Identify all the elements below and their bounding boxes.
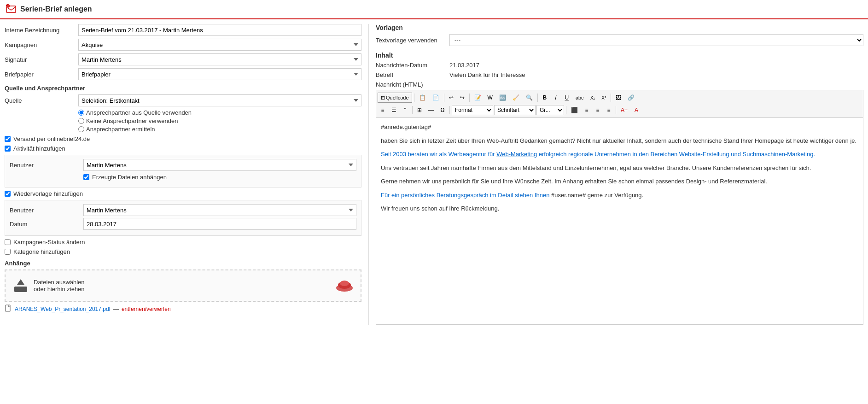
- drop-zone-icon-right: [335, 278, 354, 294]
- textvorlage-select[interactable]: ---: [449, 34, 863, 46]
- radio-aus-quelle-input[interactable]: [78, 110, 84, 116]
- quelle-label: Quelle: [5, 97, 78, 104]
- radio-ermitteln-label: Ansprechpartner ermitteln: [86, 126, 155, 133]
- signatur-label: Signatur: [5, 56, 78, 63]
- blockquote-button[interactable]: ": [400, 105, 410, 115]
- editor-para-1: haben Sie sich in letzter Zeit über Ihre…: [381, 136, 858, 146]
- interne-bezeichnung-input[interactable]: [78, 24, 361, 36]
- svg-point-7: [340, 281, 349, 286]
- editor-text-2b: erfolgreich regionale Unternehmen in den…: [537, 151, 815, 158]
- ul-button[interactable]: ☰: [389, 105, 399, 115]
- table-button[interactable]: ⊞: [414, 105, 425, 115]
- ansprechpartner-radio-group: Ansprechpartner aus Quelle verwenden Kei…: [78, 109, 361, 133]
- quelle-select[interactable]: Selektion: Erstkontakt: [78, 94, 361, 106]
- editor-area[interactable]: #anrede.gutentag# haben Sie sich in letz…: [376, 117, 863, 325]
- main-layout: Interne Bezeichnung Kampagnen Akquise Si…: [0, 24, 868, 325]
- kampagnen-row: Kampagnen Akquise: [5, 39, 361, 51]
- aktivitaet-benutzer-select[interactable]: Martin Mertens: [83, 159, 356, 171]
- schriftart-select[interactable]: Schriftart: [494, 105, 536, 115]
- undo-button[interactable]: ↩: [446, 93, 456, 103]
- wiedervorlage-checkbox[interactable]: [5, 191, 11, 197]
- kampagnen-select[interactable]: Akquise: [78, 39, 361, 51]
- radio-ermitteln-input[interactable]: [78, 126, 84, 132]
- hr-button[interactable]: —: [425, 105, 437, 115]
- right-panel: Vorlagen Textvorlage verwenden --- Inhal…: [368, 24, 863, 325]
- paste-special-button[interactable]: 🔤: [496, 93, 509, 103]
- wiedervorlage-subsection: Benutzer Martin Mertens Datum: [5, 200, 361, 236]
- superscript-button[interactable]: X²: [599, 93, 609, 103]
- quellcode-button[interactable]: ⊞ Quellcode: [378, 93, 412, 103]
- versand-label: Versand per onlinebrief24.de: [13, 135, 90, 142]
- attached-file: ARANES_Web_Pr_sentation_2017.pdf — entfe…: [5, 304, 361, 313]
- align-left-button[interactable]: ⬛: [568, 105, 581, 115]
- nachrichten-datum-value: 21.03.2017: [449, 62, 863, 69]
- file-separator: —: [113, 306, 119, 312]
- bold-button[interactable]: B: [540, 93, 550, 103]
- bg-color-button[interactable]: A: [631, 105, 641, 115]
- vorlagen-title: Vorlagen: [376, 24, 863, 31]
- aktivitaet-benutzer-label: Benutzer: [10, 162, 83, 169]
- wiedervorlage-datum-input[interactable]: [83, 218, 356, 230]
- align-right-button[interactable]: ≡: [593, 105, 603, 115]
- file-action[interactable]: entfernen/verwerfen: [122, 306, 171, 312]
- file-name[interactable]: ARANES_Web_Pr_sentation_2017.pdf: [15, 306, 111, 312]
- paste-button[interactable]: 📄: [430, 93, 442, 103]
- underline-button[interactable]: U: [562, 93, 572, 103]
- aktivitaet-checkbox[interactable]: [5, 146, 11, 152]
- versand-row: Versand per onlinebrief24.de: [5, 135, 361, 142]
- editor-link-5: Für ein persönliches Beratungsgespräch i…: [381, 192, 551, 199]
- link-button[interactable]: 🔗: [625, 93, 637, 103]
- page-title: Serien-Brief anlegen: [20, 5, 92, 13]
- drop-zone[interactable]: Dateien auswählen oder hierhin ziehen: [5, 269, 361, 302]
- italic-button[interactable]: I: [551, 93, 561, 103]
- ol-button[interactable]: ≡: [378, 105, 388, 115]
- signatur-select[interactable]: Martin Mertens: [78, 53, 361, 65]
- align-center-button[interactable]: ≡: [582, 105, 592, 115]
- wiedervorlage-benutzer-select[interactable]: Martin Mertens: [83, 204, 356, 216]
- briefpapier-label: Briefpapier: [5, 71, 78, 78]
- erzeugte-row: Erzeugte Dateien anhängen: [83, 174, 356, 181]
- versand-checkbox[interactable]: [5, 136, 11, 142]
- radio-ermitteln[interactable]: Ansprechpartner ermitteln: [78, 126, 361, 133]
- editor-para-6: Wir freuen uns schon auf Ihre Rückmeldun…: [381, 204, 858, 213]
- paste-word-button[interactable]: W: [485, 93, 495, 103]
- clean-button[interactable]: 🧹: [510, 93, 522, 103]
- drop-zone-text: Dateien auswählen oder hierhin ziehen: [34, 279, 85, 293]
- sep9: [616, 106, 616, 114]
- nachricht-html-label: Nachricht (HTML): [376, 81, 863, 88]
- quelle-row: Quelle Selektion: Erstkontakt: [5, 94, 361, 106]
- page-header: @ Serien-Brief anlegen: [0, 0, 868, 19]
- find-button[interactable]: 🔍: [523, 93, 536, 103]
- radio-keine-input[interactable]: [78, 118, 84, 124]
- kampagnen-label: Kampagnen: [5, 41, 78, 48]
- anhaenge-section: Anhänge Dateien auswählen oder hierhin z…: [5, 260, 361, 313]
- strikethrough-button[interactable]: abc: [573, 93, 587, 103]
- wiedervorlage-row: Wiedervorlage hinzufügen: [5, 190, 361, 197]
- aktivitaet-label: Aktivität hinzufügen: [13, 145, 65, 152]
- editor-link-2: Seit 2003 beraten wir als Werbeagentur f…: [381, 151, 496, 158]
- upload-icon: [12, 277, 29, 294]
- kategorie-checkbox[interactable]: [5, 249, 11, 255]
- radio-aus-quelle[interactable]: Ansprechpartner aus Quelle verwenden: [78, 109, 361, 116]
- toolbar-row-2: ≡ ☰ " ⊞ — Ω Format Schriftart Gr...: [378, 104, 862, 116]
- format-select[interactable]: Format: [452, 105, 493, 115]
- kampagnen-status-checkbox[interactable]: [5, 239, 11, 245]
- align-justify-button[interactable]: ≡: [604, 105, 614, 115]
- interne-bezeichnung-row: Interne Bezeichnung: [5, 24, 361, 36]
- font-color-button[interactable]: A+: [618, 105, 630, 115]
- copy-button[interactable]: 📋: [416, 93, 429, 103]
- erzeugte-checkbox[interactable]: [83, 174, 89, 180]
- file-icon: [5, 304, 12, 313]
- erzeugte-label: Erzeugte Dateien anhängen: [92, 174, 167, 181]
- paste-text-button[interactable]: 📝: [472, 93, 484, 103]
- radio-keine[interactable]: Keine Ansprechpartner verwenden: [78, 117, 361, 124]
- image-button[interactable]: 🖼: [613, 93, 624, 103]
- betreff-row: Betreff Vielen Dank für Ihr Interesse: [376, 71, 863, 78]
- wiedervorlage-label: Wiedervorlage hinzufügen: [13, 190, 83, 197]
- redo-button[interactable]: ↪: [457, 93, 467, 103]
- special-char-button[interactable]: Ω: [437, 105, 448, 115]
- briefpapier-select[interactable]: Briefpapier: [78, 68, 361, 80]
- subscript-button[interactable]: X₂: [588, 93, 598, 103]
- groesse-select[interactable]: Gr...: [536, 105, 564, 115]
- drop-zone-line2: oder hierhin ziehen: [34, 286, 85, 293]
